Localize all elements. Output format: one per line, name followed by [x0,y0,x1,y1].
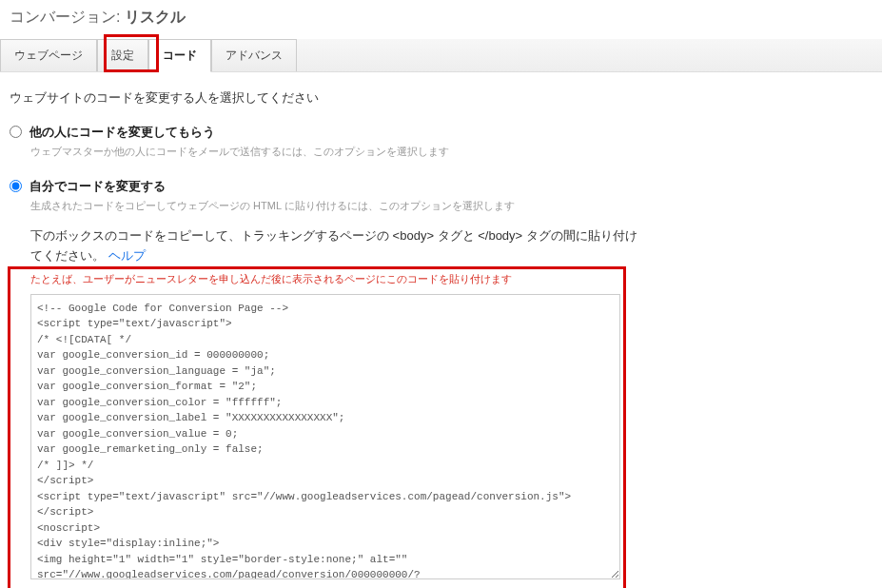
option-other-radio[interactable] [10,126,22,138]
tab-advanced[interactable]: アドバンス [211,39,297,71]
option-other-block: 他の人にコードを変更してもらう ウェブマスターか他の人にコードをメールで送信する… [10,124,872,159]
option-other-desc: ウェブマスターか他の人にコードをメールで送信するには、このオプションを選択します [30,145,872,159]
tab-code[interactable]: コード [148,39,211,72]
tracking-code-textarea[interactable]: <!-- Google Code for Conversion Page -->… [30,294,620,579]
help-link[interactable]: ヘルプ [108,248,146,263]
content-area: ウェブサイトのコードを変更する人を選択してください 他の人にコードを変更してもら… [0,72,882,588]
tab-settings[interactable]: 設定 [97,39,148,71]
option-self-block: 自分でコードを変更する 生成されたコードをコピーしてウェブページの HTML に… [10,178,872,588]
title-name: リスクル [125,9,186,25]
option-self-desc: 生成されたコードをコピーしてウェブページの HTML に貼り付けるには、このオプ… [30,199,872,213]
section-heading: ウェブサイトのコードを変更する人を選択してください [10,89,872,107]
page-title: コンバージョン: リスクル [0,0,882,39]
title-prefix: コンバージョン: [10,9,120,25]
example-hint: たとえば、ユーザーがニュースレターを申し込んだ後に表示されるページにこのコードを… [30,272,872,286]
tabs-bar: ウェブページ 設定 コード アドバンス [0,39,882,72]
code-instruction: 下のボックスのコードをコピーして、トラッキングするページの <body> タグと… [30,226,639,266]
option-self-label: 自分でコードを変更する [29,178,166,195]
option-self-row[interactable]: 自分でコードを変更する [10,178,872,195]
option-self-radio[interactable] [10,180,22,192]
tab-webpage[interactable]: ウェブページ [0,39,97,71]
option-other-row[interactable]: 他の人にコードを変更してもらう [10,124,872,141]
code-sub-content: 下のボックスのコードをコピーして、トラッキングするページの <body> タグと… [30,226,872,588]
option-other-label: 他の人にコードを変更してもらう [29,124,215,141]
